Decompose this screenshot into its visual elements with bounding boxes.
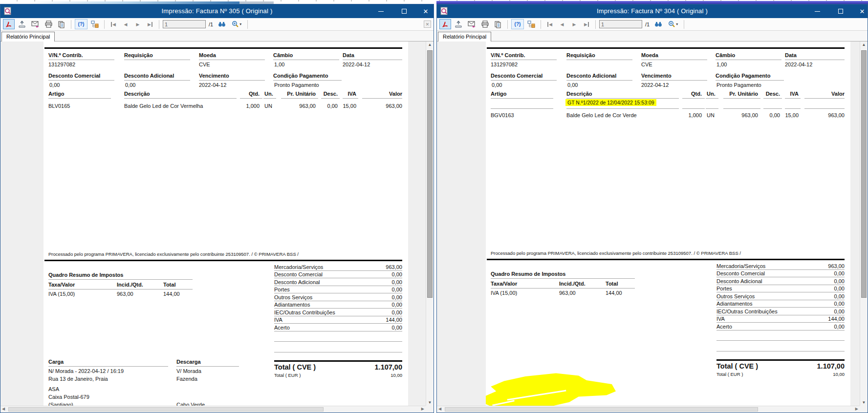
vertical-scroll-thumb[interactable]: [427, 50, 433, 298]
minimize-button[interactable]: [371, 5, 391, 18]
divider: [48, 279, 193, 280]
tab-relatorio-principal[interactable]: Relatório Principal: [438, 32, 491, 42]
copy-button[interactable]: [56, 19, 67, 29]
carga-line: Rua 13 de Janeiro, Praia: [48, 376, 108, 382]
prev-page-button[interactable]: ◀: [120, 20, 131, 29]
vertical-scroll-thumb[interactable]: [861, 50, 867, 298]
quadro-value: IVA (15,00): [48, 291, 75, 297]
last-page-button[interactable]: ▶: [145, 20, 155, 29]
column-header: Qtd.: [249, 91, 260, 97]
zoom-button[interactable]: ▾: [666, 19, 680, 29]
next-page-button[interactable]: ▶: [569, 20, 580, 29]
summary-row: Acerto0,00: [274, 324, 402, 331]
help-toggle-button[interactable]: (?): [511, 19, 524, 29]
tab-relatorio-principal[interactable]: Relatório Principal: [1, 32, 55, 42]
quadro-value: 963,00: [559, 290, 576, 296]
total-eur-value: 10,00: [391, 372, 402, 378]
total-eur-label: Total ( EUR ): [716, 372, 743, 377]
pdf-icon: [5, 21, 13, 28]
column-header: Artigo: [491, 91, 506, 97]
maximize-button[interactable]: [394, 5, 414, 18]
close-button[interactable]: ✕: [416, 5, 434, 18]
scrollbar-corner: [860, 406, 868, 413]
titlebar[interactable]: Impressão: Factura Nº 304 ( Original ) ✕: [437, 4, 868, 18]
item-qtd: 1,000: [246, 103, 260, 109]
horizontal-scroll-thumb[interactable]: [445, 407, 758, 412]
group-tree-button[interactable]: [89, 19, 101, 29]
highlighter-gap: [507, 390, 566, 400]
export-pdf-button[interactable]: [3, 19, 15, 29]
item-iva: 15,00: [785, 112, 799, 118]
vertical-scrollbar[interactable]: ▲ ▼: [860, 41, 868, 406]
field-label: V/N.º Contrib.: [48, 52, 83, 58]
copy-icon: [58, 21, 65, 28]
export-icon: [455, 21, 462, 28]
divider: [48, 366, 168, 367]
search-button[interactable]: [216, 19, 228, 29]
column-header: IVA: [790, 91, 799, 97]
help-toggle-button[interactable]: (?): [75, 19, 87, 29]
item-artigo: BGV0163: [491, 112, 514, 118]
last-page-icon: ▶: [584, 22, 589, 27]
close-button[interactable]: ✕: [852, 5, 868, 18]
horizontal-scroll-thumb[interactable]: [8, 407, 324, 412]
divider: [716, 351, 845, 351]
export-button[interactable]: [453, 19, 464, 29]
group-tree-icon: [527, 21, 535, 28]
group-tree-button[interactable]: [525, 19, 537, 29]
scroll-up-icon[interactable]: ▲: [860, 42, 868, 47]
scroll-down-icon[interactable]: ▼: [860, 400, 868, 405]
search-button[interactable]: [652, 19, 664, 29]
prev-page-button[interactable]: ◀: [557, 20, 567, 29]
scroll-left-icon[interactable]: ◀: [2, 407, 5, 411]
field-label: Câmbio: [716, 52, 735, 58]
scroll-left-icon[interactable]: ◀: [438, 407, 441, 411]
scroll-right-icon[interactable]: ▶: [421, 407, 424, 411]
zoom-dropdown-caret[interactable]: ▾: [676, 22, 678, 26]
maximize-button[interactable]: [831, 5, 850, 18]
zoom-dropdown-caret[interactable]: ▾: [239, 22, 241, 26]
vertical-scrollbar[interactable]: ▲ ▼: [426, 41, 434, 406]
horizontal-scrollbar[interactable]: ◀ ▶: [0, 406, 426, 413]
address-line: Caixa Postal-679: [48, 394, 89, 400]
divider: [491, 288, 635, 289]
item-descricao: Balde Gelo Led de Cor Verde: [566, 112, 637, 118]
first-page-button[interactable]: ◀: [108, 20, 119, 29]
scroll-up-icon[interactable]: ▲: [426, 42, 434, 47]
email-button[interactable]: [29, 19, 41, 29]
total-cve-label: Total ( CVE ): [274, 363, 316, 371]
scroll-right-icon[interactable]: ▶: [855, 407, 858, 411]
print-button[interactable]: [479, 19, 491, 29]
column-header: IVA: [347, 91, 356, 97]
descarga-line: Fazenda: [176, 376, 197, 382]
scroll-down-icon[interactable]: ▼: [426, 400, 434, 405]
highlighter-gap: [492, 400, 515, 406]
zoom-button[interactable]: ▾: [229, 19, 244, 29]
copy-button[interactable]: [492, 19, 504, 29]
close-preview-button[interactable]: ✕: [424, 21, 431, 28]
page-number-input[interactable]: [599, 20, 642, 28]
page-number-input[interactable]: [163, 20, 206, 28]
first-page-button[interactable]: ◀: [544, 20, 555, 29]
horizontal-scrollbar[interactable]: ◀ ▶: [437, 406, 860, 413]
preview-toolbar: (?) ◀ ◀ ▶ ▶ /1 ▾ ✕: [0, 18, 434, 31]
printer-icon: [481, 21, 489, 28]
total-cve-value: 1.107,00: [817, 362, 845, 370]
field-label: Desconto Adicional: [124, 73, 174, 79]
minimize-button[interactable]: [807, 5, 827, 18]
divider: [176, 366, 239, 367]
next-page-button[interactable]: ▶: [132, 20, 143, 29]
field-value: 2022-04-12: [343, 62, 370, 67]
summary-row: Outros Serviços0,00: [274, 294, 402, 301]
field-value: 0,00: [492, 82, 502, 88]
print-button[interactable]: [43, 19, 54, 29]
titlebar[interactable]: Impressão: Factura Nº 305 ( Original ) ✕: [0, 4, 434, 18]
summary-row: IVA144,00: [274, 316, 402, 324]
last-page-button[interactable]: ▶: [581, 20, 592, 29]
field-label: V/N.º Contrib.: [491, 52, 525, 58]
export-pdf-button[interactable]: [439, 19, 451, 29]
export-button[interactable]: [16, 19, 28, 29]
group-tree-icon: [91, 21, 99, 28]
email-button[interactable]: [466, 19, 477, 29]
last-page-icon: ▶: [148, 22, 152, 27]
